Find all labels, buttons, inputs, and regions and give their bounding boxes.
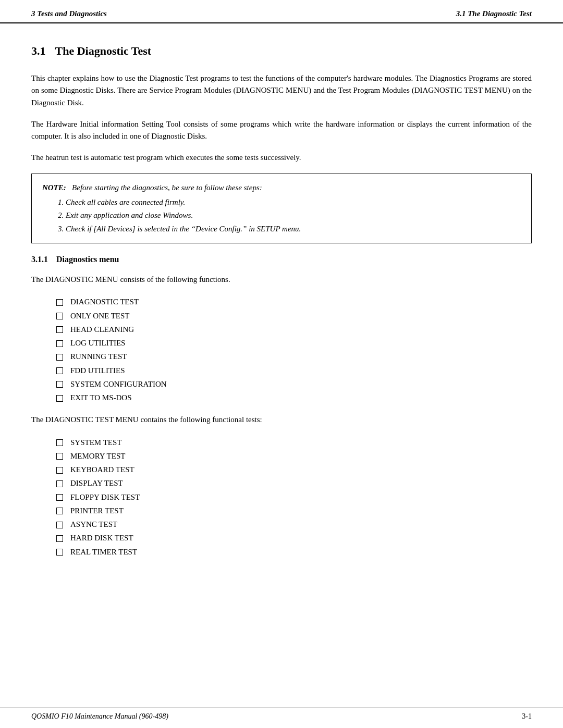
list-item: FDD UTILITIES <box>56 364 532 377</box>
checkbox-icon <box>56 453 63 460</box>
list-item-label: MEMORY TEST <box>70 449 125 463</box>
list-item-label: DIAGNOSTIC TEST <box>70 295 139 309</box>
note-label: NOTE: <box>42 183 66 192</box>
page-footer: QOSMIO F10 Maintenance Manual (960-498) … <box>0 708 563 728</box>
list-item: ONLY ONE TEST <box>56 309 532 323</box>
list-item: PRINTER TEST <box>56 504 532 517</box>
list-item: ASYNC TEST <box>56 517 532 531</box>
checkbox-icon <box>56 439 63 446</box>
list-item: REAL TIMER TEST <box>56 545 532 559</box>
section-title-text: The Diagnostic Test <box>55 44 152 57</box>
checkbox-icon <box>56 508 63 514</box>
list-item-label: KEYBOARD TEST <box>70 463 134 476</box>
subsection-title-text: Diagnostics menu <box>56 255 119 264</box>
list-item: MEMORY TEST <box>56 449 532 463</box>
list-item: DISPLAY TEST <box>56 476 532 490</box>
note-list-item: Exit any application and close Windows. <box>58 209 521 223</box>
diagnostic-menu-list: DIAGNOSTIC TESTONLY ONE TESTHEAD CLEANIN… <box>31 295 532 404</box>
checkbox-icon <box>56 467 63 474</box>
list-item: HEAD CLEANING <box>56 323 532 336</box>
list-item-label: FLOPPY DISK TEST <box>70 490 140 504</box>
note-list: Check all cables are connected firmly.Ex… <box>42 196 521 236</box>
header-right: 3.1 The Diagnostic Test <box>456 9 532 18</box>
footer-right: 3-1 <box>522 712 532 721</box>
list-item-label: SYSTEM CONFIGURATION <box>70 377 167 391</box>
list-item-label: ONLY ONE TEST <box>70 309 130 323</box>
checkbox-icon <box>56 494 63 501</box>
checkbox-icon <box>56 381 63 388</box>
checkbox-icon <box>56 480 63 487</box>
checkbox-icon <box>56 299 63 306</box>
checkbox-icon <box>56 522 63 528</box>
section-title: 3.1The Diagnostic Test <box>31 44 532 58</box>
list-item-label: RUNNING TEST <box>70 350 127 363</box>
list-item: SYSTEM TEST <box>56 436 532 449</box>
subsection-title: 3.1.1 Diagnostics menu <box>31 255 532 264</box>
list-item-label: FDD UTILITIES <box>70 364 125 377</box>
list-item: DIAGNOSTIC TEST <box>56 295 532 309</box>
footer-left: QOSMIO F10 Maintenance Manual (960-498) <box>31 712 168 721</box>
checkbox-icon <box>56 395 63 402</box>
list-item-label: LOG UTILITIES <box>70 336 125 350</box>
test-menu-intro: The DIAGNOSTIC TEST MENU contains the fo… <box>31 414 532 426</box>
list-item-label: HEAD CLEANING <box>70 323 134 336</box>
checkbox-icon <box>56 340 63 347</box>
test-menu-list: SYSTEM TESTMEMORY TESTKEYBOARD TESTDISPL… <box>31 436 532 559</box>
page-content: 3.1The Diagnostic Test This chapter expl… <box>0 23 563 708</box>
section-number: 3.1 <box>31 44 46 57</box>
note-list-item: Check all cables are connected firmly. <box>58 196 521 209</box>
diagnostic-menu-intro: The DIAGNOSTIC MENU consists of the foll… <box>31 274 532 286</box>
page-header: 3 Tests and Diagnostics 3.1 The Diagnost… <box>0 0 563 23</box>
list-item-label: ASYNC TEST <box>70 517 117 531</box>
list-item-label: REAL TIMER TEST <box>70 545 137 559</box>
checkbox-icon <box>56 367 63 374</box>
list-item: FLOPPY DISK TEST <box>56 490 532 504</box>
list-item: LOG UTILITIES <box>56 336 532 350</box>
list-item: RUNNING TEST <box>56 350 532 363</box>
subsection-number: 3.1.1 <box>31 255 48 264</box>
list-item-label: EXIT TO MS-DOS <box>70 391 132 404</box>
checkbox-icon <box>56 535 63 542</box>
list-item-label: HARD DISK TEST <box>70 531 133 545</box>
list-item: EXIT TO MS-DOS <box>56 391 532 404</box>
list-item-label: PRINTER TEST <box>70 504 124 517</box>
list-item: HARD DISK TEST <box>56 531 532 545</box>
page-container: 3 Tests and Diagnostics 3.1 The Diagnost… <box>0 0 563 728</box>
note-list-item: Check if [All Devices] is selected in th… <box>58 223 521 236</box>
checkbox-icon <box>56 313 63 319</box>
header-left: 3 Tests and Diagnostics <box>31 9 107 18</box>
list-item: SYSTEM CONFIGURATION <box>56 377 532 391</box>
checkbox-icon <box>56 354 63 361</box>
checkbox-icon <box>56 549 63 556</box>
paragraph-3: The heatrun test is automatic test progr… <box>31 152 532 164</box>
checkbox-icon <box>56 326 63 333</box>
note-intro-text: Before starting the diagnostics, be sure… <box>72 183 262 192</box>
paragraph-2: The Hardware Initial information Setting… <box>31 118 532 143</box>
list-item: KEYBOARD TEST <box>56 463 532 476</box>
list-item-label: SYSTEM TEST <box>70 436 122 449</box>
note-intro: NOTE: Before starting the diagnostics, b… <box>42 181 521 194</box>
paragraph-1: This chapter explains how to use the Dia… <box>31 72 532 109</box>
note-box: NOTE: Before starting the diagnostics, b… <box>31 174 532 244</box>
list-item-label: DISPLAY TEST <box>70 476 123 490</box>
